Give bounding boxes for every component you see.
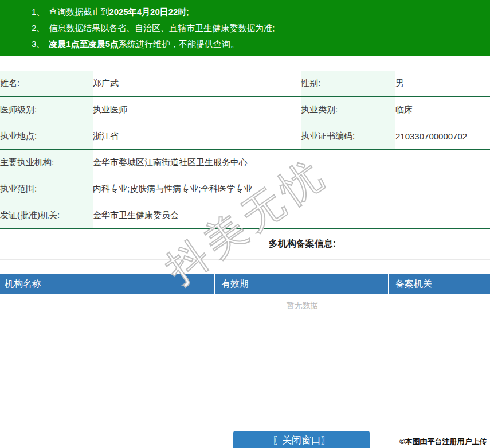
registry-empty-placeholder: 暂无数据 xyxy=(0,294,490,317)
field-value-name: 郑广武 xyxy=(93,71,301,97)
field-value-practice-type: 临床 xyxy=(395,97,490,123)
multi-institution-section-title: 多机构备案信息: xyxy=(0,235,490,252)
notice-line-2: 2、信息数据结果以各省、自治区、直辖市卫生健康委数据为准; xyxy=(32,20,490,36)
field-value-practice-place: 浙江省 xyxy=(93,123,301,150)
field-label-name: 姓名: xyxy=(0,71,93,97)
notice-text: ; xyxy=(186,7,189,17)
column-header-institution-name: 机构名称 xyxy=(0,274,214,294)
field-label-doctor-level: 医师级别: xyxy=(0,97,93,123)
divider xyxy=(0,424,490,424)
notice-line-1: 1、查询数据截止到2025年4月20日22时; xyxy=(32,4,490,20)
divider xyxy=(0,317,490,317)
field-value-gender: 男 xyxy=(395,71,490,97)
notice-text: 信息数据结果以各省、自治区、直辖市卫生健康委数据为准; xyxy=(49,23,275,33)
field-label-issuing-authority: 发证(批准)机关: xyxy=(0,202,93,229)
field-label-practice-type: 执业类别: xyxy=(301,97,395,123)
copyright-overlay: ©本图由平台注册用户上传 xyxy=(399,437,487,447)
table-row: 执业范围: 内科专业;皮肤病与性病专业;全科医学专业 xyxy=(0,176,490,202)
field-label-practice-scope: 执业范围: xyxy=(0,176,93,202)
registry-table-header: 机构名称 有效期 备案机关 xyxy=(0,274,490,294)
table-row: 执业地点: 浙江省 执业证书编码: 210330700000702 xyxy=(0,123,490,150)
table-row: 主要执业机构: 金华市婺城区江南街道社区卫生服务中心 xyxy=(0,150,490,176)
notice-text: 查询数据截止到 xyxy=(49,7,109,17)
column-header-filing-authority: 备案机关 xyxy=(388,274,490,294)
field-value-practice-scope: 内科专业;皮肤病与性病专业;全科医学专业 xyxy=(93,176,490,202)
field-label-certificate-no: 执业证书编码: xyxy=(301,123,395,150)
field-label-gender: 性别: xyxy=(301,71,395,97)
field-value-main-institution: 金华市婺城区江南街道社区卫生服务中心 xyxy=(93,150,490,176)
notice-text: 系统进行维护，不能提供查询。 xyxy=(119,39,239,49)
notice-number: 2、 xyxy=(32,23,45,33)
column-header-validity-period: 有效期 xyxy=(214,274,388,294)
field-value-issuing-authority: 金华市卫生健康委员会 xyxy=(93,202,490,229)
field-label-practice-place: 执业地点: xyxy=(0,123,93,150)
notice-text-bold: 凌晨1点至凌晨5点 xyxy=(49,39,119,49)
table-row: 姓名: 郑广武 性别: 男 xyxy=(0,71,490,97)
notice-number: 3、 xyxy=(32,39,45,49)
table-row: 医师级别: 执业医师 执业类别: 临床 xyxy=(0,97,490,123)
notice-text-bold: 2025年4月20日22时 xyxy=(109,7,186,17)
field-value-doctor-level: 执业医师 xyxy=(93,97,301,123)
close-window-button[interactable]: 〖关闭窗口〗 xyxy=(233,431,370,448)
query-result-page: 1、查询数据截止到2025年4月20日22时; 2、信息数据结果以各省、自治区、… xyxy=(0,0,490,448)
notice-number: 1、 xyxy=(32,7,45,17)
field-label-main-institution: 主要执业机构: xyxy=(0,150,93,176)
table-row: 发证(批准)机关: 金华市卫生健康委员会 xyxy=(0,202,490,229)
field-value-certificate-no: 210330700000702 xyxy=(395,123,490,150)
practitioner-info-table: 姓名: 郑广武 性别: 男 医师级别: 执业医师 执业类别: 临床 执业地点: … xyxy=(0,71,490,229)
divider xyxy=(0,259,490,260)
notice-line-3: 3、凌晨1点至凌晨5点系统进行维护，不能提供查询。 xyxy=(32,36,490,52)
notice-banner: 1、查询数据截止到2025年4月20日22时; 2、信息数据结果以各省、自治区、… xyxy=(0,0,490,56)
